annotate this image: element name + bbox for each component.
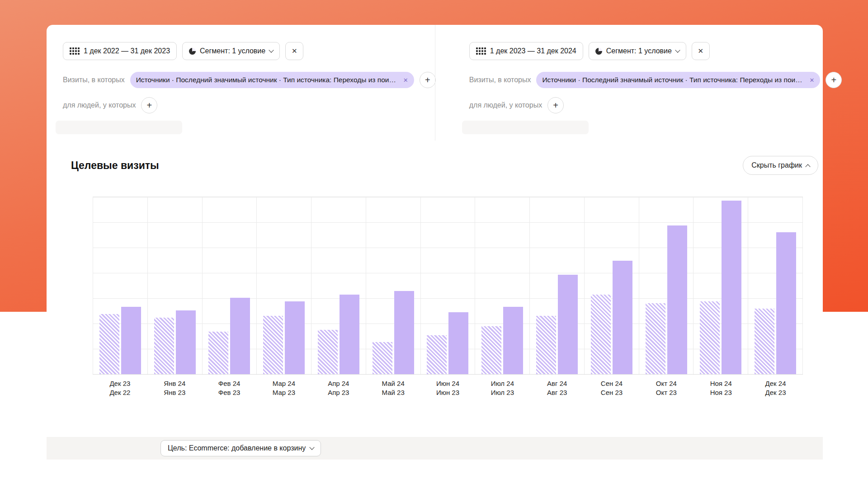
date-range-button-b[interactable]: 1 дек 2023 — 31 дек 2024	[469, 42, 583, 60]
chart-group	[311, 197, 366, 374]
condition-chip-text: Источники · Последний значимый источник …	[136, 76, 399, 84]
date-range-button-a[interactable]: 1 дек 2022 — 31 дек 2023	[63, 42, 177, 60]
x-axis-label: Мар 24Мар 23	[257, 379, 311, 398]
chart-labels: Дек 23Дек 22Янв 24Янв 23Фев 24Фев 23Мар …	[93, 379, 803, 398]
bar-period-b	[176, 310, 196, 374]
panel-a-controls: 1 дек 2022 — 31 дек 2023 Сегмент: 1 усло…	[63, 42, 436, 60]
goal-selector-strip: Цель: Ecommerce: добавление в корзину	[47, 437, 823, 460]
panel-b-visits-row: Визиты, в которых Источники · Последний …	[469, 72, 842, 88]
source-condition-chip-a[interactable]: Источники · Последний значимый источник …	[130, 72, 414, 88]
bar-period-a	[263, 316, 283, 374]
goal-visits-chart: Дек 23Дек 22Янв 24Янв 23Фев 24Фев 23Мар …	[93, 197, 803, 398]
chart-group	[93, 197, 147, 374]
comparison-panels: 1 дек 2022 — 31 дек 2023 Сегмент: 1 усло…	[47, 25, 823, 143]
bar-period-a	[318, 330, 338, 374]
bar-period-a	[755, 309, 774, 374]
segment-panel-b: 1 дек 2023 — 31 дек 2024 Сегмент: 1 усло…	[448, 25, 855, 143]
x-axis-label: Июн 24Июн 23	[420, 379, 475, 398]
bar-period-a	[427, 335, 447, 374]
plus-icon: +	[831, 75, 837, 85]
panel-b-people-row: для людей, у которых +	[469, 97, 842, 113]
bar-period-a	[99, 314, 119, 374]
add-visit-condition-button-b[interactable]: +	[826, 72, 842, 88]
chevron-down-icon	[310, 445, 315, 450]
bar-period-b	[776, 232, 796, 374]
plus-icon: +	[147, 100, 152, 111]
bar-period-a	[700, 301, 720, 374]
x-axis-label: Фев 24Фев 23	[202, 379, 257, 398]
panel-divider	[435, 25, 435, 141]
chart-group	[748, 197, 803, 374]
x-axis-label: Сен 24Сен 23	[585, 379, 639, 398]
add-people-condition-button-a[interactable]: +	[141, 97, 157, 113]
bar-period-a	[591, 295, 611, 374]
bar-period-b	[613, 261, 632, 374]
chart-group	[475, 197, 529, 374]
skeleton-placeholder	[462, 121, 589, 134]
bar-period-b	[503, 307, 523, 374]
segment-label-a: Сегмент: 1 условие	[200, 47, 265, 55]
goal-dropdown-label: Цель: Ecommerce: добавление в корзину	[168, 444, 306, 452]
chart-group	[584, 197, 639, 374]
hide-chart-label: Скрыть график	[751, 161, 802, 169]
chip-close-icon[interactable]: ✕	[403, 77, 408, 84]
goal-dropdown[interactable]: Цель: Ecommerce: добавление в корзину	[160, 440, 321, 456]
calendar-grid-icon	[70, 47, 80, 55]
chart-group	[147, 197, 202, 374]
condition-chip-text: Источники · Последний значимый источник …	[542, 76, 805, 84]
panel-b-controls: 1 дек 2023 — 31 дек 2024 Сегмент: 1 усло…	[469, 42, 842, 60]
chart-group	[420, 197, 475, 374]
page-title: Целевые визиты	[71, 160, 159, 172]
hide-chart-button[interactable]: Скрыть график	[743, 156, 818, 175]
segment-dropdown-b[interactable]: Сегмент: 1 условие	[589, 42, 686, 60]
plus-icon: +	[425, 75, 430, 85]
x-axis-label: Дек 24Дек 23	[748, 379, 803, 398]
panel-a-people-row: для людей, у которых +	[63, 97, 436, 113]
chart-group	[639, 197, 693, 374]
chevron-down-icon	[675, 47, 680, 52]
chart-group	[256, 197, 311, 374]
bar-period-b	[340, 295, 359, 374]
add-people-condition-button-b[interactable]: +	[547, 97, 564, 113]
calendar-grid-icon	[476, 47, 486, 55]
panel-a-visits-row: Визиты, в которых Источники · Последний …	[63, 72, 436, 88]
bar-period-b	[667, 225, 687, 374]
chart-group	[693, 197, 748, 374]
segment-pie-icon	[189, 48, 196, 55]
date-range-label-b: 1 дек 2023 — 31 дек 2024	[490, 47, 576, 55]
chart-group	[529, 197, 584, 374]
remove-segment-button-b[interactable]: ✕	[692, 42, 710, 60]
chart-group	[366, 197, 420, 374]
plus-icon: +	[553, 100, 558, 111]
x-axis-label: Авг 24Авг 23	[530, 379, 585, 398]
segment-panel-a: 1 дек 2022 — 31 дек 2023 Сегмент: 1 усло…	[47, 25, 448, 143]
section-header: Целевые визиты Скрыть график	[71, 156, 818, 175]
chip-close-icon[interactable]: ✕	[810, 77, 815, 84]
segment-label-b: Сегмент: 1 условие	[606, 47, 672, 55]
bar-period-b	[558, 275, 578, 374]
date-range-label-a: 1 дек 2022 — 31 дек 2023	[84, 47, 170, 55]
people-condition-label: для людей, у которых	[469, 101, 542, 109]
bar-period-a	[208, 332, 228, 374]
x-axis-label: Дек 23Дек 22	[93, 379, 147, 398]
bar-period-b	[230, 298, 250, 374]
bar-period-a	[373, 342, 392, 374]
remove-segment-button-a[interactable]: ✕	[285, 42, 303, 60]
segment-dropdown-a[interactable]: Сегмент: 1 условие	[182, 42, 280, 60]
main-card: 1 дек 2022 — 31 дек 2023 Сегмент: 1 усло…	[47, 25, 823, 488]
x-axis-label: Ноя 24Ноя 23	[693, 379, 748, 398]
visits-condition-label: Визиты, в которых	[63, 76, 125, 84]
bar-period-b	[285, 301, 305, 374]
close-icon: ✕	[698, 47, 704, 55]
bar-period-b	[722, 201, 741, 374]
people-condition-label: для людей, у которых	[63, 101, 136, 109]
skeleton-placeholder	[56, 121, 182, 134]
source-condition-chip-b[interactable]: Источники · Последний значимый источник …	[536, 72, 820, 88]
bar-period-b	[394, 291, 414, 374]
add-visit-condition-button-a[interactable]: +	[420, 72, 436, 88]
chevron-up-icon	[805, 164, 810, 169]
x-axis-label: Окт 24Окт 23	[639, 379, 693, 398]
visits-condition-label: Визиты, в которых	[469, 76, 531, 84]
bar-period-a	[646, 303, 665, 374]
x-axis-label: Янв 24Янв 23	[147, 379, 202, 398]
